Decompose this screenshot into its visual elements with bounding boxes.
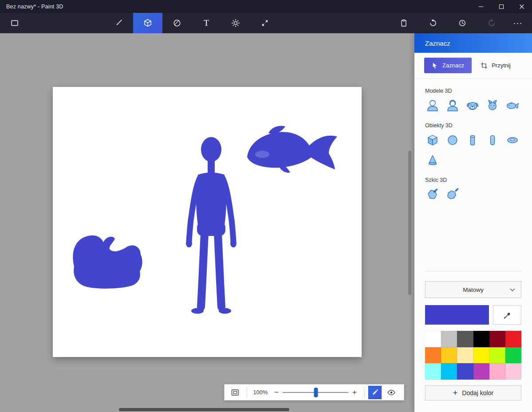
window-title: Bez nazwy* - Paint 3D bbox=[0, 4, 63, 10]
brush-tool-button[interactable] bbox=[104, 13, 133, 33]
cat-model-icon bbox=[485, 98, 500, 113]
drawing-canvas[interactable] bbox=[53, 87, 362, 357]
palette-swatch-15[interactable] bbox=[473, 363, 489, 380]
redo-button[interactable] bbox=[477, 13, 506, 33]
palette-swatch-1[interactable] bbox=[441, 331, 457, 347]
palette-swatch-16[interactable] bbox=[489, 363, 505, 380]
add-color-button[interactable]: + Dodaj kolor bbox=[425, 385, 521, 400]
add-color-label: Dodaj kolor bbox=[462, 389, 493, 396]
eye-icon bbox=[387, 388, 396, 397]
palette-swatch-3[interactable] bbox=[473, 331, 489, 347]
vertical-scrollbar[interactable] bbox=[408, 151, 411, 295]
model-cat-button[interactable] bbox=[485, 98, 500, 113]
sketch-blob-object[interactable] bbox=[73, 235, 142, 289]
palette-swatch-7[interactable] bbox=[441, 347, 457, 364]
minimize-icon bbox=[478, 4, 484, 9]
paste-button[interactable] bbox=[389, 13, 418, 33]
palette-swatch-6[interactable] bbox=[425, 347, 441, 364]
palette-swatch-9[interactable] bbox=[473, 347, 489, 364]
zoom-slider[interactable] bbox=[283, 386, 348, 399]
object-cylinder-button[interactable] bbox=[465, 133, 480, 147]
crop-tab[interactable]: Przytnij bbox=[474, 58, 517, 73]
palette-swatch-5[interactable] bbox=[505, 331, 521, 347]
zoom-slider-thumb[interactable] bbox=[314, 388, 318, 397]
male-figure-object[interactable] bbox=[186, 137, 236, 314]
canvas-content bbox=[53, 87, 362, 357]
minimize-button[interactable] bbox=[471, 0, 491, 13]
history-button[interactable] bbox=[448, 13, 477, 33]
draw-mode-button[interactable] bbox=[368, 386, 382, 399]
palette-swatch-13[interactable] bbox=[441, 363, 457, 380]
sharp-sketch-button[interactable] bbox=[425, 187, 440, 202]
canvas-area[interactable]: 100% − + bbox=[0, 33, 414, 412]
titlebar: Bez nazwy* - Paint 3D bbox=[0, 0, 532, 13]
models-3d-title: Modele 3D bbox=[425, 88, 521, 94]
palette-swatch-14[interactable] bbox=[457, 363, 473, 380]
zoom-out-button[interactable]: − bbox=[270, 386, 283, 399]
toolbar: T bbox=[0, 13, 532, 33]
color-controls bbox=[425, 305, 521, 325]
undo-icon bbox=[429, 19, 437, 27]
palette-swatch-2[interactable] bbox=[457, 331, 473, 347]
brush-icon bbox=[114, 19, 123, 27]
eyedropper-button[interactable] bbox=[493, 305, 521, 325]
sketch-3d-title: Szkic 3D bbox=[425, 177, 521, 183]
panel-divider bbox=[425, 271, 521, 271]
palette-swatch-17[interactable] bbox=[505, 363, 521, 380]
stickers-tool-button[interactable] bbox=[162, 13, 192, 33]
chevron-down-icon bbox=[510, 288, 515, 292]
palette-swatch-0[interactable] bbox=[425, 331, 441, 347]
palette-swatch-8[interactable] bbox=[457, 347, 473, 364]
toolbar-center-tools: T bbox=[104, 13, 280, 33]
object-capsule-button[interactable] bbox=[485, 133, 500, 147]
current-color-swatch[interactable] bbox=[425, 305, 489, 325]
object-cube-button[interactable] bbox=[425, 133, 440, 147]
maximize-icon bbox=[499, 4, 504, 9]
object-cone-button[interactable] bbox=[425, 153, 440, 167]
text-tool-button[interactable]: T bbox=[192, 13, 221, 33]
select-tab-label: Zaznacz bbox=[442, 62, 464, 69]
fit-canvas-icon bbox=[231, 388, 240, 397]
close-button[interactable] bbox=[512, 0, 532, 13]
finish-dropdown[interactable]: Matowy bbox=[425, 281, 521, 298]
cone-object-icon bbox=[426, 153, 440, 167]
menu-button[interactable] bbox=[4, 13, 26, 33]
palette-swatch-4[interactable] bbox=[489, 331, 505, 347]
dog-model-icon bbox=[465, 98, 480, 113]
menu-icon bbox=[10, 19, 19, 27]
finish-dropdown-value: Matowy bbox=[463, 286, 484, 293]
fish-object[interactable] bbox=[247, 126, 337, 173]
model-woman-button[interactable] bbox=[445, 98, 460, 113]
canvas-tool-button[interactable] bbox=[250, 13, 280, 33]
palette-swatch-10[interactable] bbox=[489, 347, 505, 364]
shapes-3d-tool-button[interactable] bbox=[133, 13, 162, 33]
view-mode-button[interactable] bbox=[384, 386, 398, 399]
model-man-button[interactable] bbox=[425, 98, 440, 113]
crop-tab-label: Przytnij bbox=[492, 62, 511, 69]
model-fish-button[interactable] bbox=[505, 98, 520, 113]
model-dog-button[interactable] bbox=[465, 98, 480, 113]
soft-sketch-button[interactable] bbox=[445, 187, 460, 202]
torus-object-icon bbox=[505, 133, 520, 147]
objects-3d-title: Obiekty 3D bbox=[425, 122, 521, 129]
maximize-button[interactable] bbox=[491, 0, 512, 13]
object-torus-button[interactable] bbox=[505, 133, 520, 147]
undo-button[interactable] bbox=[418, 13, 448, 33]
palette-swatch-11[interactable] bbox=[505, 347, 521, 364]
more-options-button[interactable]: ··· bbox=[506, 13, 529, 33]
fit-canvas-button[interactable] bbox=[227, 386, 243, 399]
zoom-in-button[interactable]: + bbox=[348, 386, 361, 399]
woman-model-icon bbox=[445, 98, 460, 113]
palette-swatch-12[interactable] bbox=[425, 363, 441, 380]
object-sphere-button[interactable] bbox=[445, 133, 460, 147]
horizontal-scrollbar[interactable] bbox=[119, 408, 289, 411]
effects-tool-button[interactable] bbox=[221, 13, 250, 33]
eyedropper-icon bbox=[503, 310, 512, 319]
sun-effects-icon bbox=[231, 19, 240, 27]
pencil-icon bbox=[371, 388, 379, 396]
panel-tabs: Zaznacz Przytnij bbox=[414, 53, 532, 78]
zoombar-divider-2 bbox=[364, 387, 365, 398]
select-tab[interactable]: Zaznacz bbox=[424, 58, 472, 73]
sticker-icon bbox=[173, 19, 181, 27]
fish-model-icon bbox=[505, 98, 520, 113]
